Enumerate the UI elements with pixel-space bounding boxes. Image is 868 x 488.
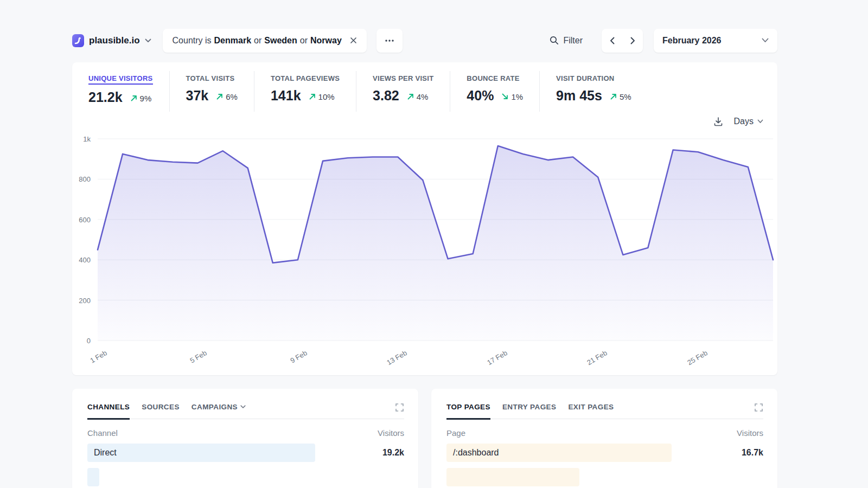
pages-column-headers: PageVisitors	[446, 428, 763, 438]
filter-chip-country[interactable]: Country is Denmark or Sweden or Norway	[163, 29, 367, 53]
filter-button-label: Filter	[563, 36, 583, 46]
row-label[interactable]: Direct	[87, 448, 117, 458]
stat-label[interactable]: VIEWS PER VISIT	[373, 74, 433, 82]
column-dimension: Page	[446, 428, 465, 438]
x-axis-label: 1 Feb	[102, 347, 106, 357]
top-bar: plausible.io Country is Denmark or Swede…	[72, 28, 777, 53]
stat-label[interactable]: BOUNCE RATE	[467, 74, 519, 82]
stat-total-visits[interactable]: TOTAL VISITS37k6%	[170, 71, 254, 112]
stat-value: 40%	[467, 88, 494, 104]
tab-sources[interactable]: SOURCES	[142, 403, 180, 420]
tab-top-pages[interactable]: TOP PAGES	[446, 403, 490, 420]
stat-value: 141k	[271, 88, 301, 104]
channels-panel: CHANNELSSOURCESCAMPAIGNS ChannelVisitors…	[72, 389, 418, 488]
stat-bounce-rate[interactable]: BOUNCE RATE40%1%	[450, 71, 540, 112]
chart-x-axis: 1 Feb5 Feb9 Feb13 Feb17 Feb21 Feb25 Feb	[98, 341, 773, 372]
x-axis-label: 5 Feb	[202, 347, 206, 357]
y-axis-label: 800	[79, 175, 91, 183]
stat-change: 10%	[309, 92, 335, 101]
analytics-panel: UNIQUE VISITORS21.2k9%TOTAL VISITS37k6%T…	[72, 62, 777, 375]
stat-total-pageviews[interactable]: TOTAL PAGEVIEWS141k10%	[254, 71, 356, 112]
top-right-controls: Filter February 2026	[550, 29, 777, 53]
interval-dropdown[interactable]: Days	[734, 117, 763, 126]
more-filters-button[interactable]	[376, 29, 403, 53]
stat-change: 1%	[501, 92, 523, 101]
row-label[interactable]: /:dashboard	[446, 448, 499, 458]
channels-column-headers: ChannelVisitors	[87, 428, 404, 438]
channels-row[interactable]: Direct19.2k	[87, 444, 404, 462]
chevron-down-icon	[240, 405, 246, 409]
expand-icon[interactable]	[395, 403, 404, 412]
stat-unique-visitors[interactable]: UNIQUE VISITORS21.2k9%	[88, 71, 170, 112]
date-range-label: February 2026	[662, 36, 722, 46]
stat-change: 6%	[216, 92, 238, 101]
chart-controls: Days	[72, 114, 777, 129]
stat-change: 9%	[130, 94, 152, 103]
stat-value: 3.82	[373, 88, 399, 104]
y-axis-label: 200	[79, 296, 91, 304]
stat-visit-duration[interactable]: VISIT DURATION9m 45s5%	[540, 71, 647, 112]
y-axis-label: 0	[87, 337, 91, 345]
breakdown-panels: CHANNELSSOURCESCAMPAIGNS ChannelVisitors…	[72, 389, 777, 488]
trend-up-icon	[407, 93, 414, 100]
tab-exit-pages[interactable]: EXIT PAGES	[568, 403, 614, 420]
column-dimension: Channel	[87, 428, 118, 438]
stat-label[interactable]: TOTAL PAGEVIEWS	[271, 74, 340, 82]
search-icon	[550, 36, 559, 45]
stats-row: UNIQUE VISITORS21.2k9%TOTAL VISITS37k6%T…	[72, 71, 777, 112]
x-axis-label: 21 Feb	[602, 347, 607, 357]
trend-down-icon	[501, 93, 509, 100]
row-bar	[446, 468, 579, 486]
y-axis-label: 600	[79, 215, 91, 223]
stat-views-per-visit[interactable]: VIEWS PER VISIT3.824%	[356, 71, 450, 112]
tab-campaigns[interactable]: CAMPAIGNS	[192, 403, 246, 420]
remove-filter-icon[interactable]	[350, 37, 357, 44]
stat-value: 9m 45s	[556, 88, 602, 104]
chevron-down-icon	[762, 38, 769, 43]
tab-entry-pages[interactable]: ENTRY PAGES	[502, 403, 556, 420]
prev-period-button[interactable]	[602, 29, 622, 53]
y-axis-label: 400	[79, 256, 91, 264]
filter-country-3: Norway	[310, 36, 342, 46]
trend-up-icon	[216, 93, 224, 100]
visitors-chart[interactable]: 02004006008001k 1 Feb5 Feb9 Feb13 Feb17 …	[72, 139, 777, 372]
row-bar	[87, 444, 315, 462]
channels-tabs: CHANNELSSOURCESCAMPAIGNS	[87, 403, 404, 419]
pages-row-partial[interactable]	[446, 468, 763, 486]
dashboard: plausible.io Country is Denmark or Swede…	[72, 28, 777, 488]
pages-row[interactable]: /:dashboard16.7k	[446, 444, 763, 462]
row-value: 16.7k	[742, 448, 763, 458]
x-axis-label: 17 Feb	[502, 347, 507, 357]
row-bar	[87, 468, 99, 486]
filter-country-2: Sweden	[264, 36, 297, 46]
stat-change: 5%	[610, 92, 631, 101]
interval-label: Days	[734, 117, 754, 126]
tab-channels[interactable]: CHANNELS	[87, 403, 130, 420]
filter-connector: or	[300, 36, 308, 46]
pages-panel: TOP PAGESENTRY PAGESEXIT PAGESPageVisito…	[431, 389, 777, 488]
download-icon[interactable]	[713, 117, 723, 126]
site-name: plausible.io	[89, 35, 140, 46]
visitors-line-chart[interactable]	[98, 139, 773, 341]
next-period-button[interactable]	[622, 29, 643, 53]
site-switcher[interactable]: plausible.io	[72, 34, 151, 47]
chart-plot-area[interactable]: 02004006008001k	[98, 139, 773, 341]
channels-row-partial[interactable]	[87, 468, 404, 486]
x-axis-label: 13 Feb	[402, 347, 406, 357]
filter-connector: or	[254, 36, 261, 46]
ellipsis-icon	[385, 39, 394, 42]
column-metric: Visitors	[737, 428, 763, 438]
date-range-picker[interactable]: February 2026	[654, 29, 777, 53]
y-axis-label: 1k	[83, 135, 91, 143]
x-axis-label: 9 Feb	[302, 347, 307, 357]
expand-icon[interactable]	[754, 403, 763, 412]
chevron-down-icon	[145, 38, 151, 43]
filter-button[interactable]: Filter	[550, 36, 583, 46]
trend-up-icon	[309, 93, 316, 100]
date-nav	[602, 29, 643, 53]
trend-up-icon	[610, 93, 617, 100]
stat-label[interactable]: UNIQUE VISITORS	[88, 74, 153, 85]
stat-label[interactable]: VISIT DURATION	[556, 74, 614, 82]
chevron-down-icon	[757, 119, 763, 124]
stat-label[interactable]: TOTAL VISITS	[186, 74, 235, 82]
